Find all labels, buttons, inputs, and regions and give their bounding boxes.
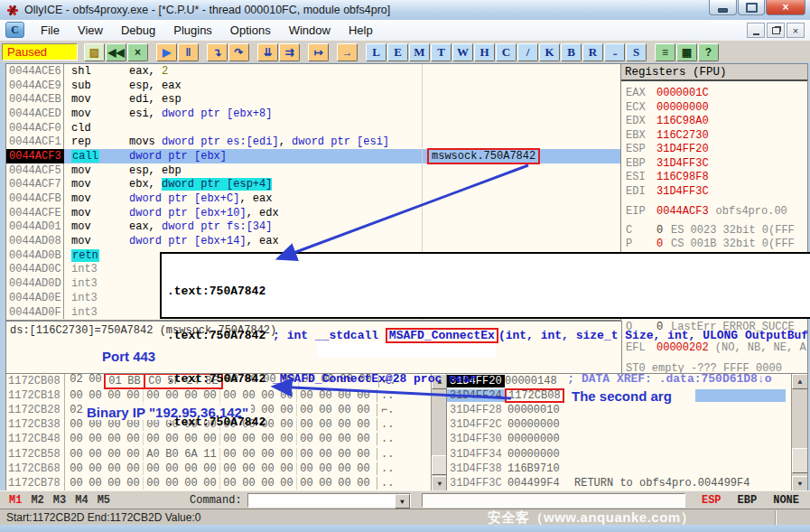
appearance-button[interactable]: ▦ [676,43,697,61]
view-run-trace-button[interactable]: ... [604,43,625,61]
view-threads-button[interactable]: T [431,43,452,61]
title-bar[interactable]: OllyICE - obfs4proxy.exe - [*C.P.U* - th… [0,0,810,21]
windows-list-button[interactable]: ≡ [655,43,675,61]
disasm-address: 0044ACF3 [6,149,64,163]
disasm-row[interactable]: 0044AD08movdword ptr [ebx+14], eax [6,234,621,248]
view-windows-button[interactable]: W [452,43,473,61]
cpu-window-system-icon[interactable]: C [5,22,24,38]
dump-row[interactable]: 1172CB6800000000000000000000000000000000… [6,462,447,476]
register-value: 0044ACF3 [656,205,709,218]
view-source-button[interactable]: S [626,43,647,61]
disasm-row[interactable]: 0044ACF0cld [6,121,621,135]
disasm-operands: dword ptr [ebx] [129,150,621,163]
window-title: OllyICE - obfs4proxy.exe - [*C.P.U* - th… [24,4,390,16]
menu-item-file[interactable]: File [32,22,69,39]
disasm-row[interactable]: 0044ACF7movebx, dword ptr [esp+4] [6,178,621,192]
view-references-button[interactable]: R [582,43,603,61]
disasm-row[interactable]: 0044ACE6shleax, 2 [6,64,621,79]
disasm-row[interactable]: 0044ACEDmovesi, dword ptr [ebx+8] [6,107,621,121]
trace-over-button[interactable]: ⇉ [279,43,300,61]
step-into-button[interactable]: ↴ [207,43,228,61]
disasm-operands: dword ptr [ebx+10], edx [129,207,621,219]
register-row[interactable]: EAX0000001C [626,87,807,101]
register-name: EBP [626,157,656,172]
ollyice-app-icon [6,4,19,16]
dump-row[interactable]: 1172CB7800000000000000000000000000000000… [6,476,447,490]
status-paused-indicator: Paused [2,43,78,61]
stack-row[interactable]: 31D4FF3C004499F4RETURN to obfs4pro.00449… [447,476,807,490]
breakpoint-highlight: retn [71,249,99,262]
disasm-row[interactable]: 0044ACE9subesp, eax [6,79,621,93]
memory-mark-m5[interactable]: M5 [98,494,110,507]
dump-bytes: 00000000000000000000000000000000 [67,477,373,490]
register-row-eip[interactable]: EIP0044ACF3obfs4pro.00 [626,205,807,219]
view-handles-button[interactable]: H [474,43,495,61]
ida-snippet-overlay: .text:750A7842 .text:750A7842 ; int __st… [160,252,810,319]
restart-button[interactable]: ◀◀ [106,43,126,61]
menu-item-view[interactable]: View [69,22,112,39]
overlay-line1: .text:750A7842 [167,285,265,298]
register-row[interactable]: ECX00000000 [626,101,807,116]
mdi-minimize-button[interactable] [747,23,765,38]
register-row[interactable]: EBX116C2730 [626,129,807,144]
disasm-address: 0044AD08 [6,234,64,248]
disasm-row[interactable]: 0044ACFEmovdword ptr [ebx+10], edx [6,206,621,220]
view-executables-button[interactable]: E [387,43,408,61]
disasm-operands: esp, eax [129,79,621,92]
step-over-button[interactable]: ↷ [228,43,249,61]
register-row[interactable]: EDX116C98A0 [626,115,807,129]
memory-mark-m4[interactable]: M4 [75,494,88,507]
disasm-row[interactable]: 0044ACF1repmovs dword ptr es:[edi], dwor… [6,135,621,149]
register-row[interactable]: ESI116C98F8 [626,171,807,185]
combo-dropdown-icon[interactable]: ▼ [395,494,410,509]
disasm-row[interactable]: 0044ACEBmovedi, esp [6,92,621,107]
mdi-close-button[interactable]: × [787,23,805,38]
memory-mark-m3[interactable]: M3 [53,494,66,507]
view-patches-button[interactable]: / [517,43,538,61]
maximize-button[interactable] [738,0,765,15]
view-memory-button[interactable]: M [409,43,430,61]
disasm-mnemonic: cld [71,122,129,135]
disasm-row[interactable]: 0044ACFBmovdword ptr [ebx+C], eax [6,191,621,206]
mdi-restore-button[interactable] [767,23,785,38]
menu-item-help[interactable]: Help [340,22,382,39]
memory-mark-m1[interactable]: M1 [9,494,22,507]
trace-into-button[interactable]: ⇊ [257,43,278,61]
view-breakpoints-button[interactable]: B [561,43,582,61]
view-log-button[interactable]: L [366,43,386,61]
stack-row[interactable]: 31D4FF38116B9710 [447,462,807,476]
scroll-down-icon[interactable]: ▼ [792,476,808,491]
disasm-address: 0044ACED [6,107,64,121]
minimize-button[interactable] [709,0,737,15]
register-row[interactable]: EDI31D4FF3C [626,185,807,200]
register-row[interactable]: ESP31D4FF20 [626,143,807,157]
execute-till-return-button[interactable]: ↦ [308,43,329,61]
maximize-icon [746,3,758,13]
register-row[interactable]: EBP31D4FF3C [626,157,807,172]
disasm-row[interactable]: 0044ACF3calldword ptr [ebx]mswsock.750A7… [6,149,621,163]
register-name: ESI [626,171,656,185]
menu-item-options[interactable]: Options [221,22,280,39]
flag-row[interactable]: P0CS 001B 32bit 0(FFF [626,238,807,252]
close-program-button[interactable]: × [127,43,148,61]
view-call-stack-button[interactable]: K [539,43,560,61]
flag-row[interactable]: C0ES 0023 32bit 0(FFF [626,224,807,238]
view-cpu-button[interactable]: C [496,43,517,61]
menu-item-debug[interactable]: Debug [112,22,164,39]
memory-mark-m2[interactable]: M2 [31,494,43,507]
pause-button[interactable]: ‖ [178,43,199,61]
open-file-button[interactable]: ▨ [84,43,105,61]
disasm-row[interactable]: 0044AD01moveax, dword ptr fs:[34] [6,220,621,235]
run-button[interactable]: ▶ [156,43,177,61]
go-to-address-button[interactable]: → [337,43,358,61]
disasm-address: 0044AD0F [6,305,64,320]
disasm-mnemonic: mov [71,192,129,205]
command-input[interactable]: ▼ [247,493,411,508]
disasm-operands: dword ptr [ebx+14], eax [129,235,621,247]
close-button[interactable]: × [766,0,805,15]
register-name: ESP [626,143,656,157]
menu-item-window[interactable]: Window [280,22,340,39]
disasm-row[interactable]: 0044ACF5movesp, ebp [6,163,621,178]
help-button[interactable]: ? [698,43,719,61]
menu-item-plugins[interactable]: Plugins [164,22,221,39]
